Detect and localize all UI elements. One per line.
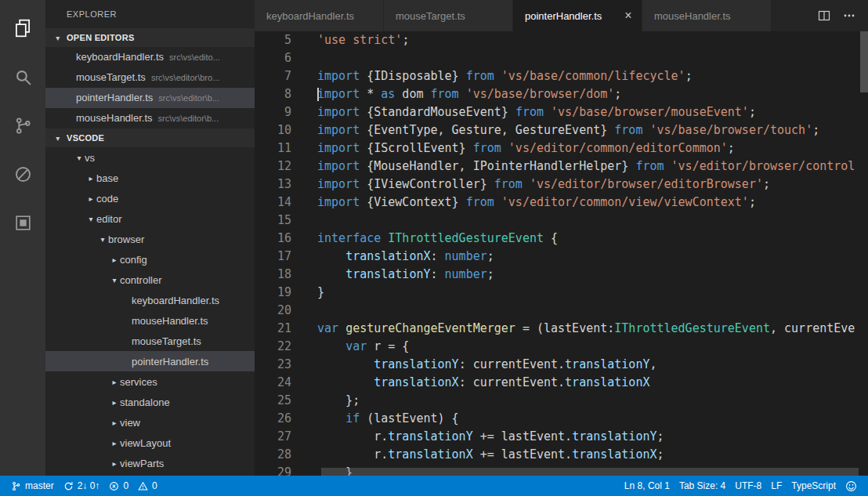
code-text: import {ViewContext} from 'vs/editor/com…: [317, 194, 756, 212]
open-editors-header[interactable]: OPEN EDITORS: [45, 28, 255, 47]
code-line: 28 r.translationX += lastEvent.translati…: [255, 446, 868, 464]
tree-folder-editor[interactable]: editor: [45, 208, 255, 229]
code-line: 10import {EventType, Gesture, GestureEve…: [255, 121, 868, 139]
tab-keyboardhandler-ts[interactable]: keyboardHandler.ts: [255, 0, 384, 31]
status-language[interactable]: TypeScript: [787, 480, 841, 491]
chevron-right-icon: [85, 194, 96, 203]
line-number: 9: [255, 103, 291, 121]
smiley-icon: [845, 480, 857, 492]
open-editor-item[interactable]: mouseTarget.tssrc\vs\editor\bro...: [45, 67, 255, 88]
status-branch[interactable]: master: [6, 476, 59, 496]
code-text: import * as dom from 'vs/base/browser/do…: [317, 85, 621, 103]
code-line: 18 translationY: number;: [255, 266, 868, 284]
code-text: var r = {: [317, 338, 409, 356]
tree-folder-code[interactable]: code: [45, 188, 255, 208]
tree-item-label: pointerHandler.ts: [132, 356, 208, 367]
status-text: 0: [123, 480, 128, 491]
split-editor-icon[interactable]: [818, 9, 830, 22]
tab-mousehandler-ts[interactable]: mouseHandler.ts: [642, 0, 772, 31]
code-line: 25 };: [255, 392, 868, 410]
status-eol[interactable]: LF: [766, 480, 787, 491]
code-text: };: [317, 392, 360, 410]
status-sync[interactable]: 2↓ 0↑: [59, 476, 105, 496]
close-icon[interactable]: ×: [621, 9, 635, 23]
code-line: 6: [255, 49, 868, 67]
search-icon[interactable]: [5, 60, 40, 94]
more-actions-icon[interactable]: [843, 9, 855, 22]
status-text: 0: [152, 480, 157, 491]
vertical-scrollbar-thumb[interactable]: [860, 31, 868, 92]
chevron-right-icon: [109, 255, 120, 264]
status-feedback[interactable]: [841, 480, 862, 492]
tree-folder-services[interactable]: services: [45, 371, 255, 392]
line-number: 6: [255, 49, 291, 67]
extensions-icon[interactable]: [5, 205, 40, 240]
code-line: 5'use strict';: [255, 31, 868, 49]
tab-pointerhandler-ts[interactable]: pointerHandler.ts×: [513, 0, 642, 31]
tree-file-mousehandler-ts[interactable]: mouseHandler.ts: [45, 310, 255, 331]
line-number: 11: [255, 139, 291, 157]
folder-section-header[interactable]: VSCODE: [45, 129, 255, 147]
open-editors-header-label: OPEN EDITORS: [67, 33, 135, 42]
tree-folder-viewlayout[interactable]: viewLayout: [45, 433, 255, 453]
tree-item-label: config: [120, 254, 147, 266]
status-cursor-position[interactable]: Ln 8, Col 1: [620, 480, 675, 491]
code-text: import {MouseHandler, IPointerHandlerHel…: [317, 157, 855, 176]
source-control-icon[interactable]: [5, 108, 40, 143]
code-text: import {IScrollEvent} from 'vs/editor/co…: [317, 139, 735, 157]
status-tab-size[interactable]: Tab Size: 4: [675, 480, 730, 491]
line-number: 28: [255, 446, 291, 464]
code-line: 26 if (lastEvent) {: [255, 410, 868, 428]
chevron-down-icon: [52, 134, 63, 143]
debug-icon[interactable]: [5, 157, 40, 191]
tree-folder-controller[interactable]: controller: [45, 270, 255, 290]
chevron-down-icon: [74, 154, 85, 162]
files-icon[interactable]: [5, 11, 40, 45]
tree-item-label: services: [120, 376, 157, 388]
code-editor[interactable]: 5'use strict';67import {IDisposable} fro…: [255, 31, 868, 476]
chevron-down-icon: [109, 276, 120, 284]
tree-folder-base[interactable]: base: [45, 168, 255, 188]
open-editor-name: keyboardHandler.ts: [76, 51, 164, 63]
code-line: 15: [255, 212, 868, 230]
tree-item-label: mouseTarget.ts: [132, 335, 201, 347]
line-number: 24: [255, 374, 291, 392]
tree-folder-browser[interactable]: browser: [45, 229, 255, 249]
status-text: LF: [771, 480, 782, 491]
code-line: 20: [255, 302, 868, 320]
tree-file-mousetarget-ts[interactable]: mouseTarget.ts: [45, 331, 255, 351]
horizontal-scrollbar-thumb[interactable]: [321, 468, 859, 476]
line-number: 7: [255, 67, 291, 85]
status-warnings[interactable]: 0: [133, 476, 162, 496]
tab-mousetarget-ts[interactable]: mouseTarget.ts: [384, 0, 513, 31]
open-editor-item[interactable]: pointerHandler.tssrc\vs\editor\b...: [45, 88, 255, 108]
tab-label: mouseTarget.ts: [396, 10, 506, 22]
code-text: translationY: currentEvent.translationY,: [317, 356, 657, 374]
status-text: Tab Size: 4: [679, 480, 725, 491]
chevron-right-icon: [109, 378, 120, 386]
chevron-down-icon: [97, 235, 108, 244]
tree-folder-vs[interactable]: vs: [45, 147, 255, 168]
tab-actions: [818, 0, 868, 31]
code-text: r.translationX += lastEvent.translationX…: [317, 446, 664, 464]
tree-folder-view[interactable]: view: [45, 412, 255, 433]
tree-folder-viewparts[interactable]: viewParts: [45, 453, 255, 473]
horizontal-scrollbar[interactable]: [321, 468, 859, 476]
sync-icon: [63, 481, 74, 491]
tree-item-label: base: [96, 172, 118, 184]
open-editor-name: pointerHandler.ts: [76, 92, 153, 103]
line-number: 13: [255, 176, 291, 194]
tree-file-keyboardhandler-ts[interactable]: keyboardHandler.ts: [45, 290, 255, 310]
tree-folder-config[interactable]: config: [45, 249, 255, 270]
status-encoding[interactable]: UTF-8: [730, 480, 766, 491]
vertical-scrollbar[interactable]: [860, 31, 868, 476]
status-errors[interactable]: 0: [104, 476, 133, 496]
tree-folder-standalone[interactable]: standalone: [45, 392, 255, 412]
tree-file-pointerhandler-ts[interactable]: pointerHandler.ts: [45, 351, 255, 371]
line-number: 5: [255, 31, 291, 49]
open-editor-item[interactable]: mouseHandler.tssrc\vs\editor\b...: [45, 108, 255, 129]
tab-label: pointerHandler.ts: [525, 10, 617, 22]
chevron-down-icon: [85, 215, 96, 223]
open-editor-item[interactable]: keyboardHandler.tssrc\vs\edito...: [45, 47, 255, 67]
editor-group: keyboardHandler.tsmouseTarget.tspointerH…: [255, 0, 868, 476]
